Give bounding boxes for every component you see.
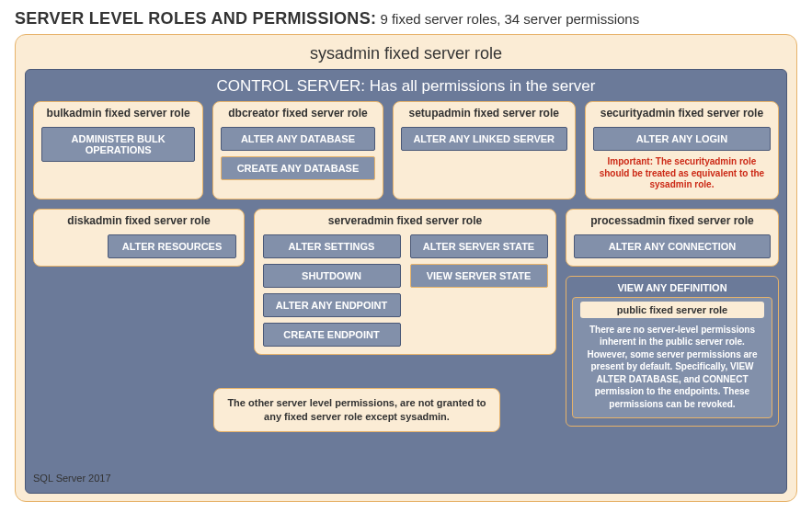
diskadmin-column: diskadmin fixed server role ALTER RESOUR… (33, 209, 245, 267)
perm-create-endpoint: CREATE ENDPOINT (263, 323, 401, 347)
bulkadmin-role-box: bulkadmin fixed server role ADMINISTER B… (33, 101, 203, 200)
product-label: SQL Server 2017 (33, 469, 779, 484)
other-permissions-note: The other server level permissions, are … (213, 388, 500, 432)
diskadmin-title: diskadmin fixed server role (41, 213, 236, 229)
control-server-title: CONTROL SERVER: Has all permissions in t… (33, 75, 779, 101)
control-server-panel: CONTROL SERVER: Has all permissions in t… (25, 69, 787, 494)
setupadmin-role-box: setupadmin fixed server role ALTER ANY L… (393, 101, 576, 200)
perm-alter-resources: ALTER RESOURCES (108, 234, 236, 258)
processadmin-title: processadmin fixed server role (574, 213, 771, 229)
perm-create-any-database: CREATE ANY DATABASE (221, 156, 374, 180)
heading-rest: 9 fixed server roles, 34 server permissi… (376, 11, 639, 27)
public-role-body: There are no server-level permissions in… (580, 324, 764, 411)
view-any-definition-panel: VIEW ANY DEFINITION public fixed server … (566, 276, 779, 428)
view-any-definition-title: VIEW ANY DEFINITION (572, 280, 772, 297)
perm-alter-any-database: ALTER ANY DATABASE (221, 127, 374, 151)
perm-view-server-state: VIEW SERVER STATE (410, 264, 548, 288)
perm-shutdown: SHUTDOWN (263, 264, 401, 288)
heading-strong: SERVER LEVEL ROLES AND PERMISSIONS: (15, 9, 376, 28)
serveradmin-title: serveradmin fixed server role (328, 213, 482, 229)
perm-alter-any-connection: ALTER ANY CONNECTION (574, 234, 771, 258)
perm-administer-bulk-operations: ADMINISTER BULK OPERATIONS (41, 127, 195, 162)
right-column: processadmin fixed server role ALTER ANY… (566, 209, 779, 428)
public-role-box: public fixed server role There are no se… (572, 297, 772, 419)
serveradmin-col-1: ALTER SETTINGS SHUTDOWN ALTER ANY ENDPOI… (263, 234, 401, 347)
serveradmin-role-box: serveradmin fixed server role ALTER SETT… (254, 209, 556, 355)
securityadmin-warning: Important: The securityadmin role should… (593, 156, 771, 191)
bulkadmin-title: bulkadmin fixed server role (41, 106, 195, 121)
perm-alter-any-linked-server: ALTER ANY LINKED SERVER (401, 127, 567, 151)
sysadmin-title: sysadmin fixed server role (25, 40, 787, 69)
serveradmin-col-2: ALTER SERVER STATE VIEW SERVER STATE (410, 234, 548, 347)
serveradmin-columns: ALTER SETTINGS SHUTDOWN ALTER ANY ENDPOI… (263, 234, 548, 347)
setupadmin-title: setupadmin fixed server role (401, 106, 567, 121)
dbcreator-title: dbcreator fixed server role (221, 106, 374, 121)
perm-alter-server-state: ALTER SERVER STATE (410, 234, 548, 258)
dbcreator-role-box: dbcreator fixed server role ALTER ANY DA… (212, 101, 383, 200)
perm-alter-any-endpoint: ALTER ANY ENDPOINT (263, 293, 401, 317)
public-role-title: public fixed server role (580, 302, 764, 318)
page-heading: SERVER LEVEL ROLES AND PERMISSIONS: 9 fi… (15, 9, 797, 28)
perm-alter-settings: ALTER SETTINGS (263, 234, 401, 258)
sysadmin-container: sysadmin fixed server role CONTROL SERVE… (15, 34, 797, 502)
roles-row-1: bulkadmin fixed server role ADMINISTER B… (33, 101, 779, 200)
diskadmin-role-box: diskadmin fixed server role ALTER RESOUR… (33, 209, 245, 267)
securityadmin-title: securityadmin fixed server role (593, 106, 771, 121)
processadmin-role-box: processadmin fixed server role ALTER ANY… (566, 209, 779, 267)
securityadmin-role-box: securityadmin fixed server role ALTER AN… (585, 101, 779, 200)
perm-alter-any-login: ALTER ANY LOGIN (593, 127, 771, 151)
